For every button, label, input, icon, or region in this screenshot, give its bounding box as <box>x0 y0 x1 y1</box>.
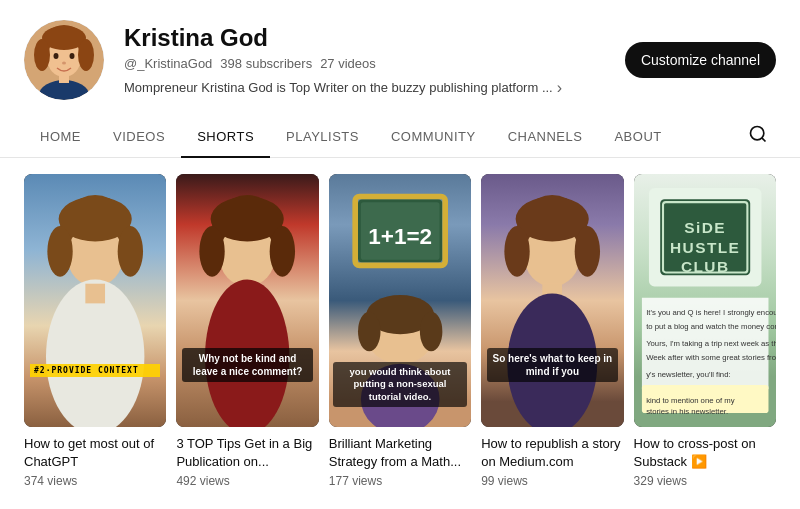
video-card-3[interactable]: 1+1=2 you would think about putting a no… <box>329 174 471 488</box>
svg-point-39 <box>516 197 589 242</box>
svg-point-11 <box>751 127 764 140</box>
video-views-2: 492 views <box>176 474 318 488</box>
svg-text:1+1=2: 1+1=2 <box>368 224 432 249</box>
tab-channels[interactable]: CHANNELS <box>492 117 599 158</box>
videos-section: #2·PROVIDE CONTEXT How to get most out o… <box>0 158 800 504</box>
svg-rect-10 <box>59 75 69 83</box>
svg-text:CLUB: CLUB <box>680 258 729 275</box>
video-title-4: How to republish a story on Medium.com <box>481 435 623 471</box>
customize-channel-button[interactable]: Customize channel <box>625 42 776 78</box>
video-title-3: Brilliant Marketing Strategy from a Math… <box>329 435 471 471</box>
chevron-right-icon: › <box>557 79 562 97</box>
svg-text:Yours, I'm taking a trip next : Yours, I'm taking a trip next week as th… <box>646 339 776 348</box>
tab-home[interactable]: HOME <box>24 117 97 158</box>
svg-line-12 <box>762 138 766 142</box>
video-card-4[interactable]: So here's what to keep in mind if you Ho… <box>481 174 623 488</box>
videos-grid: #2·PROVIDE CONTEXT How to get most out o… <box>24 174 776 488</box>
video-card-5[interactable]: SiDE HUSTLE CLUB It's you and Q is here!… <box>634 174 776 488</box>
svg-point-17 <box>118 226 143 277</box>
svg-rect-19 <box>85 284 105 304</box>
svg-text:stories in his newsletter.: stories in his newsletter. <box>646 407 728 416</box>
video-thumbnail-3: 1+1=2 you would think about putting a no… <box>329 174 471 427</box>
avatar <box>24 20 104 100</box>
overlay-text-1: #2·PROVIDE CONTEXT <box>30 364 160 377</box>
channel-info: Kristina God @_KristinaGod 398 subscribe… <box>24 20 562 100</box>
video-card-2[interactable]: Why not be kind and leave a nice comment… <box>176 174 318 488</box>
svg-point-34 <box>420 312 443 351</box>
svg-point-8 <box>62 62 66 65</box>
channel-details: Kristina God @_KristinaGod 398 subscribe… <box>124 24 562 97</box>
video-views-1: 374 views <box>24 474 166 488</box>
svg-point-24 <box>270 226 295 277</box>
video-title-2: 3 TOP Tips Get in a Big Publication on..… <box>176 435 318 471</box>
video-title-5: How to cross-post on Substack ▶️ <box>634 435 776 471</box>
svg-point-16 <box>47 226 72 277</box>
channel-description[interactable]: Mompreneur Kristina God is Top Writer on… <box>124 79 562 97</box>
svg-text:It's you and Q is here! I stro: It's you and Q is here! I strongly encou… <box>646 308 776 317</box>
tab-about[interactable]: ABOUT <box>598 117 677 158</box>
svg-text:y's newsletter, you'll find:: y's newsletter, you'll find: <box>646 370 730 379</box>
channel-meta: @_KristinaGod 398 subscribers 27 videos <box>124 56 562 71</box>
overlay-text-3: you would think about putting a non-sexu… <box>333 362 467 407</box>
svg-point-6 <box>54 53 59 59</box>
svg-point-40 <box>505 226 530 277</box>
channel-subscribers: 398 subscribers <box>220 56 312 71</box>
description-text: Mompreneur Kristina God is Top Writer on… <box>124 80 553 95</box>
svg-point-22 <box>211 197 284 242</box>
svg-point-4 <box>34 39 50 71</box>
svg-point-7 <box>70 53 75 59</box>
video-title-1: How to get most out of ChatGPT <box>24 435 166 471</box>
svg-text:kind to mention one of my: kind to mention one of my <box>646 396 735 405</box>
video-thumbnail-2: Why not be kind and leave a nice comment… <box>176 174 318 427</box>
tab-community[interactable]: COMMUNITY <box>375 117 492 158</box>
search-icon[interactable] <box>740 116 776 157</box>
tab-shorts[interactable]: SHORTS <box>181 117 270 158</box>
video-views-3: 177 views <box>329 474 471 488</box>
video-card-1[interactable]: #2·PROVIDE CONTEXT How to get most out o… <box>24 174 166 488</box>
svg-point-5 <box>78 39 94 71</box>
svg-text:HUSTLE: HUSTLE <box>670 239 740 256</box>
tab-playlists[interactable]: PLAYLISTS <box>270 117 375 158</box>
channel-name: Kristina God <box>124 24 562 52</box>
overlay-text-2: Why not be kind and leave a nice comment… <box>182 348 312 382</box>
svg-text:Week after with some great sto: Week after with some great stories from … <box>646 353 776 362</box>
channel-header: Kristina God @_KristinaGod 398 subscribe… <box>0 0 800 100</box>
video-views-4: 99 views <box>481 474 623 488</box>
channel-video-count: 27 videos <box>320 56 376 71</box>
svg-text:to put a blog and watch the mo: to put a blog and watch the money come i… <box>646 322 776 331</box>
nav-tabs: HOME VIDEOS SHORTS PLAYLISTS COMMUNITY C… <box>0 116 800 158</box>
video-views-5: 329 views <box>634 474 776 488</box>
video-thumbnail-1: #2·PROVIDE CONTEXT <box>24 174 166 427</box>
svg-point-23 <box>200 226 225 277</box>
video-thumbnail-4: So here's what to keep in mind if you <box>481 174 623 427</box>
svg-text:SiDE: SiDE <box>684 219 726 236</box>
svg-point-33 <box>358 312 381 351</box>
video-thumbnail-5: SiDE HUSTLE CLUB It's you and Q is here!… <box>634 174 776 427</box>
tab-videos[interactable]: VIDEOS <box>97 117 181 158</box>
svg-point-15 <box>59 197 132 242</box>
channel-handle: @_KristinaGod <box>124 56 212 71</box>
svg-point-41 <box>575 226 600 277</box>
overlay-text-4: So here's what to keep in mind if you <box>487 348 617 382</box>
